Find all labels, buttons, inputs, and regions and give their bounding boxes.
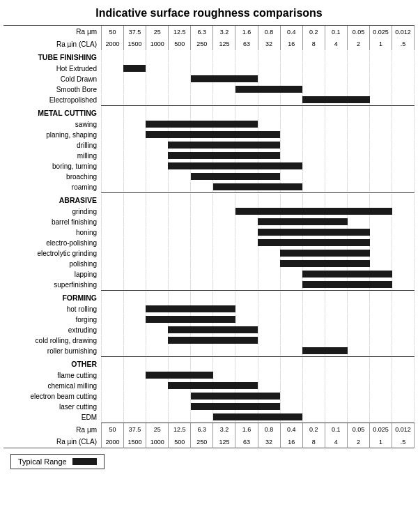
axis-ra-uin-label: Ra µin (CLA) (3, 438, 101, 446)
tick-cell: 2 (347, 38, 369, 50)
tick-cell: 63 (235, 436, 257, 448)
tick-cell: 8 (302, 436, 325, 448)
process-label: planing, shaping (3, 131, 101, 139)
tick-cell: 0.025 (369, 26, 392, 38)
axis-ra-um-ticks: 5037.52512.56.33.21.60.80.40.20.10.050.0… (101, 26, 415, 38)
tick-cell: 4 (325, 38, 347, 50)
tick-cell: 0.1 (325, 423, 347, 436)
axis-ra-uin-ticks: 2000150010005002501256332168421.5 (101, 38, 415, 50)
process-row: Smooth Bore (3, 84, 415, 94)
process-grid-area (101, 314, 415, 324)
process-bar (213, 413, 303, 420)
tick-cell: 37.5 (123, 26, 146, 38)
section-header-grid (101, 358, 415, 370)
process-grid-area (101, 130, 415, 139)
section-header-grid (101, 291, 415, 303)
process-label: flame cutting (3, 372, 101, 379)
process-row: roaming (3, 182, 415, 192)
process-grid-area (101, 381, 415, 390)
axis-ra-uin-ticks: 2000150010005002501256332168421.5 (101, 436, 415, 448)
axis-ra-um-label: Ra µm (3, 426, 101, 434)
process-bar (168, 382, 258, 389)
process-label: Electropolished (3, 96, 101, 104)
section-divider (101, 290, 415, 291)
tick-cell: 500 (168, 38, 190, 50)
process-bar (191, 403, 281, 410)
process-label: drilling (3, 142, 101, 149)
process-grid-area (101, 391, 415, 401)
process-row: honing (3, 227, 415, 237)
process-label: grinding (3, 208, 101, 215)
process-bar (191, 173, 281, 180)
tick-cell: .5 (392, 38, 415, 50)
process-grid-area (101, 182, 415, 192)
process-grid-area (101, 238, 415, 248)
process-grid-area (101, 227, 415, 237)
tick-cell: 32 (258, 436, 280, 448)
process-row: planing, shaping (3, 130, 415, 139)
tick-cell: 4 (325, 436, 347, 448)
process-bar (168, 152, 280, 159)
tick-cell: 32 (258, 38, 280, 50)
tick-cell: 0.4 (280, 26, 302, 38)
process-label: extruding (3, 326, 101, 334)
process-grid-area (101, 84, 415, 94)
process-grid-area (101, 346, 415, 356)
process-bar (213, 183, 303, 190)
process-grid-area (101, 95, 415, 105)
section-header-row: OTHER (3, 358, 415, 370)
tick-cell: 50 (101, 423, 123, 436)
process-grid-area (101, 304, 415, 314)
process-bar (235, 208, 392, 215)
process-grid-area (101, 280, 415, 289)
tick-cell: .5 (392, 436, 415, 448)
process-bar (146, 372, 212, 379)
process-bar (146, 316, 235, 323)
process-bar (280, 250, 370, 257)
process-label: barrel finishing (3, 218, 101, 226)
process-grid-area (101, 161, 415, 171)
legend: Typical Range (10, 454, 104, 469)
process-bar (280, 260, 370, 267)
process-grid-area (101, 335, 415, 345)
section-header-grid (101, 51, 415, 63)
process-label: hot rolling (3, 305, 101, 313)
process-label: lapping (3, 271, 101, 278)
process-grid-area (101, 269, 415, 279)
process-row: Electropolished (3, 95, 415, 105)
process-bar (302, 347, 347, 354)
tick-cell: 1.6 (235, 423, 257, 436)
process-label: polishing (3, 260, 101, 268)
tick-cell: 1500 (123, 436, 146, 448)
process-bar (168, 337, 258, 344)
process-row: hot rolling (3, 304, 415, 314)
axis-ra-uin-label: Ra µin (CLA) (3, 40, 101, 48)
process-row: extruding (3, 325, 415, 335)
process-row: Cold Drawn (3, 74, 415, 84)
axis-ra-um-ticks: 5037.52512.56.33.21.60.80.40.20.10.050.0… (101, 423, 415, 436)
process-grid-area (101, 248, 415, 258)
tick-cell: 0.05 (347, 26, 369, 38)
tick-cell: 1000 (146, 436, 168, 448)
legend-bar (72, 458, 97, 465)
tick-cell: 1000 (146, 38, 168, 50)
process-label: forging (3, 316, 101, 324)
section-header-row: ABRASIVE (3, 194, 415, 206)
process-label: honing (3, 229, 101, 236)
process-label: superfinishing (3, 281, 101, 289)
tick-cell: 6.3 (190, 26, 212, 38)
tick-cell: 6.3 (190, 423, 212, 436)
tick-cell: 16 (280, 38, 302, 50)
process-bar (258, 218, 348, 225)
process-grid-area (101, 119, 415, 129)
process-row: Hot Extruded (3, 63, 415, 73)
process-bar (191, 393, 281, 400)
axis-ra-um-label: Ra µm (3, 28, 101, 36)
process-label: roaming (3, 183, 101, 191)
tick-cell: 12.5 (168, 26, 190, 38)
process-row: flame cutting (3, 370, 415, 380)
section-header-row: METAL CUTTING (3, 107, 415, 119)
process-bar (258, 229, 370, 236)
process-bar (302, 281, 392, 288)
page-title: Indicative surface roughness comparisons (3, 7, 415, 20)
